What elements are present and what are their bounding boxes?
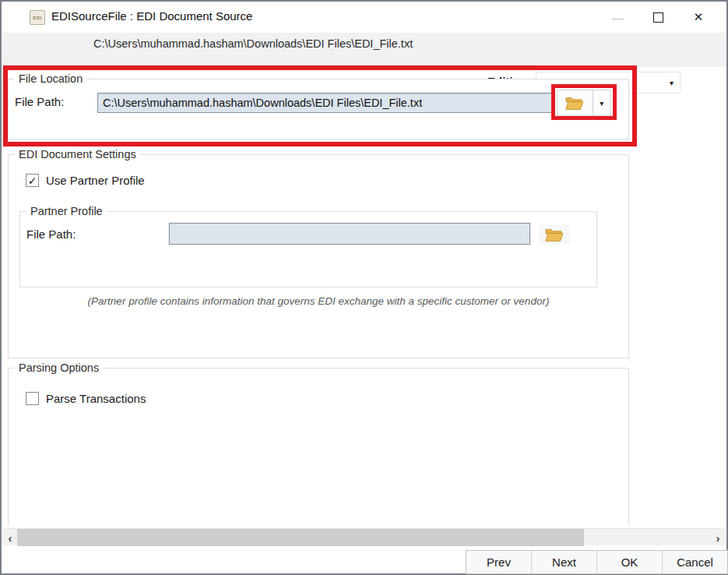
minimize-button: — — [597, 2, 638, 33]
scrollbar-thumb[interactable] — [17, 529, 584, 546]
next-button[interactable]: Next — [532, 551, 597, 573]
browse-dropdown-button[interactable]: ▾ — [593, 90, 610, 115]
file-path-label: File Path: — [15, 95, 64, 108]
ok-button[interactable]: OK — [597, 551, 663, 573]
partner-file-path-input[interactable] — [169, 223, 530, 245]
file-location-group: File Location File Path: C:\Users\muhamm… — [8, 79, 629, 139]
browse-split-button: ▾ — [557, 90, 611, 116]
use-partner-profile-label: Use Partner Profile — [46, 174, 145, 187]
edi-document-settings-legend: EDI Document Settings — [14, 148, 141, 161]
window-title: EDISourceFile : EDI Document Source — [51, 9, 252, 23]
close-button[interactable]: ✕ — [678, 2, 719, 33]
file-location-legend: File Location — [14, 72, 87, 85]
check-icon: ✓ — [28, 175, 37, 186]
use-partner-profile-checkbox[interactable]: ✓ — [26, 174, 39, 187]
prev-button[interactable]: Prev — [466, 551, 532, 573]
partner-file-path-label: File Path: — [26, 228, 76, 241]
cancel-button[interactable]: Cancel — [663, 551, 727, 573]
chevron-down-icon: ▾ — [670, 79, 673, 87]
partner-profile-note: (Partner profile contains information th… — [9, 295, 628, 307]
partner-browse-button[interactable] — [539, 224, 570, 245]
folder-open-icon — [545, 228, 564, 242]
browse-button[interactable] — [557, 90, 593, 115]
parsing-options-legend: Parsing Options — [14, 362, 104, 374]
maximize-button[interactable] — [638, 2, 678, 33]
file-path-echo-text: C:\Users\muhammad.hasham\Downloads\EDI F… — [93, 37, 413, 50]
maximize-icon — [653, 12, 663, 23]
use-partner-profile-row: ✓ Use Partner Profile — [26, 174, 145, 187]
parse-transactions-checkbox[interactable]: ✓ — [26, 392, 39, 405]
edi-document-icon: EDI — [30, 10, 45, 25]
scroll-left-arrow-icon[interactable]: ‹ — [3, 529, 17, 546]
title-bar: EDI EDISourceFile : EDI Document Source … — [2, 2, 726, 33]
scroll-right-arrow-icon[interactable]: › — [711, 529, 725, 546]
parse-transactions-row: ✓ Parse Transactions — [26, 392, 146, 405]
dialog-window: EDI EDISourceFile : EDI Document Source … — [0, 0, 728, 575]
parsing-options-group: Parsing Options ✓ Parse Transactions — [8, 368, 629, 525]
footer-button-bar: Prev Next OK Cancel — [466, 550, 728, 574]
folder-open-icon — [565, 96, 584, 111]
chevron-down-icon: ▾ — [600, 99, 603, 108]
parse-transactions-label: Parse Transactions — [46, 392, 146, 405]
partner-profile-group: Partner Profile File Path: — [19, 211, 597, 288]
edi-document-settings-group: EDI Document Settings ✓ Use Partner Prof… — [8, 154, 629, 358]
partner-profile-legend: Partner Profile — [26, 205, 107, 217]
horizontal-scrollbar[interactable]: ‹ › — [3, 528, 725, 545]
file-path-input[interactable]: C:\Users\muhammad.hasham\Downloads\EDI F… — [97, 93, 552, 113]
